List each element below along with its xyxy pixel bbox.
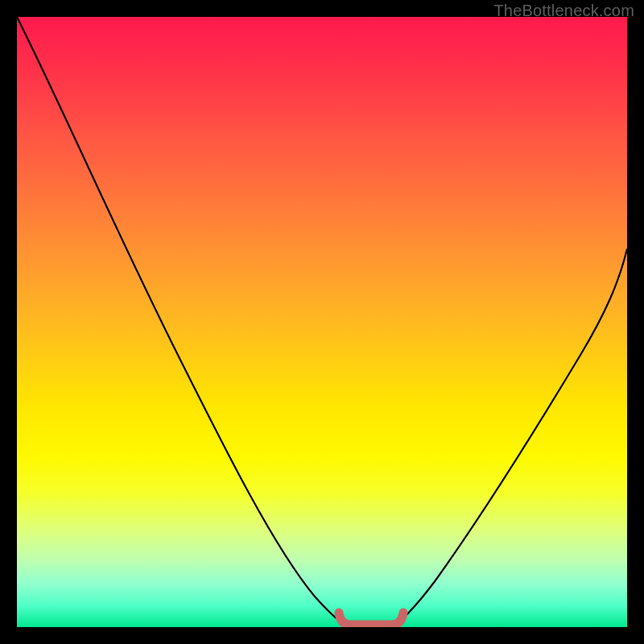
curve-layer [17, 17, 627, 627]
chart-frame: TheBottleneck.com [0, 0, 644, 644]
left-curve [17, 17, 349, 627]
watermark-text: TheBottleneck.com [493, 2, 634, 20]
gradient-plot-area [17, 17, 627, 627]
optimal-range-marker [339, 613, 403, 625]
right-curve [392, 249, 627, 627]
